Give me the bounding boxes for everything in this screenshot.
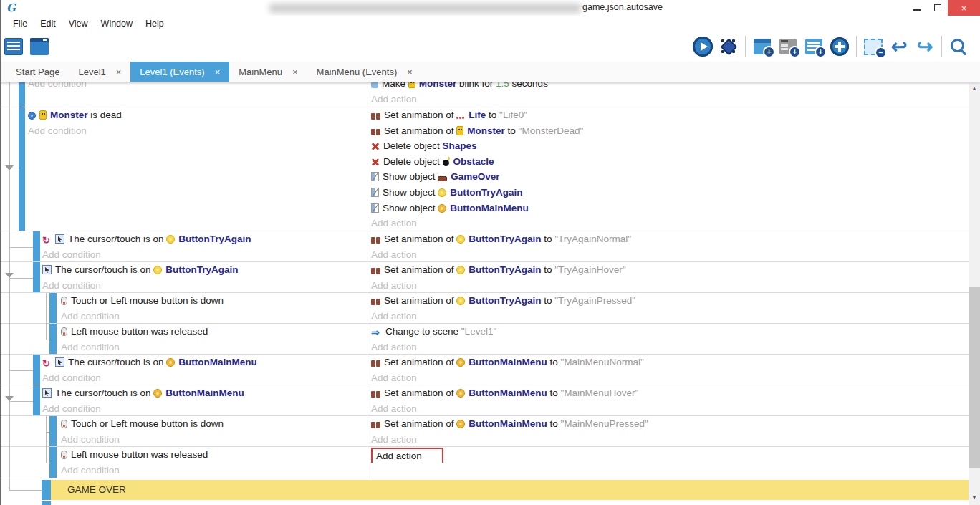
- condition-row[interactable]: Left mouse button was released: [61, 447, 367, 463]
- object-name[interactable]: ButtonMainMenu: [469, 418, 547, 429]
- event-block[interactable]: The cursor/touch is on ButtonTryAgainAdd…: [1, 231, 969, 262]
- object-name[interactable]: ButtonTryAgain: [165, 264, 238, 275]
- object-name[interactable]: Shapes: [443, 140, 477, 151]
- object-name[interactable]: Monster: [50, 110, 88, 120]
- event-block[interactable]: Touch or Left mouse button is downAdd co…: [1, 416, 969, 447]
- add-condition-button[interactable]: Add condition: [42, 370, 367, 385]
- action-row[interactable]: Set animation of Monster to "MonsterDead…: [371, 123, 969, 139]
- tab-level1[interactable]: Level1×: [69, 62, 130, 82]
- object-name[interactable]: ButtonMainMenu: [178, 357, 256, 367]
- event-bar[interactable]: [19, 107, 25, 231]
- object-name[interactable]: ButtonTryAgain: [469, 234, 541, 244]
- add-action-button[interactable]: Add action: [371, 216, 969, 231]
- object-name[interactable]: ButtonTryAgain: [450, 187, 522, 198]
- event-bar[interactable]: [42, 501, 51, 505]
- add-condition-button[interactable]: Add condition: [42, 278, 367, 292]
- add-action-button[interactable]: Add action: [371, 247, 969, 261]
- event-block[interactable]: The cursor/touch is on ButtonMainMenuAdd…: [1, 355, 969, 385]
- comment-text[interactable]: GAME OVER: [51, 480, 969, 500]
- event-block[interactable]: Touch or Left mouse button is downAdd co…: [1, 293, 969, 324]
- minimize-button[interactable]: [906, 0, 927, 16]
- add-condition-button[interactable]: Add condition: [61, 309, 367, 323]
- action-row[interactable]: Set animation of ButtonTryAgain to "TryA…: [371, 231, 969, 247]
- add-action-button[interactable]: Add action: [371, 92, 969, 107]
- action-row[interactable]: Set animation of ButtonMainMenu to "Main…: [371, 416, 969, 432]
- add-condition-button[interactable]: Add condition: [61, 463, 367, 478]
- add-action-highlighted[interactable]: Add action: [371, 448, 443, 463]
- scroll-up-arrow[interactable]: ▲: [969, 83, 980, 95]
- event-bar[interactable]: [49, 416, 57, 446]
- object-name[interactable]: ButtonMainMenu: [469, 357, 547, 367]
- tab-mainmenu[interactable]: MainMenu×: [229, 62, 307, 82]
- tab-close-icon[interactable]: ×: [116, 67, 122, 77]
- object-name[interactable]: GameOver: [451, 171, 499, 182]
- object-name[interactable]: ButtonTryAgain: [469, 295, 541, 306]
- condition-row[interactable]: The cursor/touch is on ButtonTryAgain: [42, 231, 367, 247]
- menu-edit[interactable]: Edit: [34, 19, 62, 29]
- add-external-layout-button[interactable]: [801, 34, 827, 59]
- action-row[interactable]: Delete object Shapes: [371, 138, 969, 154]
- debug-button[interactable]: [716, 34, 741, 59]
- maximize-button[interactable]: [927, 0, 948, 16]
- add-action-button[interactable]: Add action: [371, 309, 969, 323]
- add-action-button[interactable]: Add action: [371, 447, 969, 463]
- action-row[interactable]: Set animation of ButtonTryAgain to "TryA…: [371, 262, 969, 278]
- action-row[interactable]: Change to scene "Level1": [371, 324, 969, 340]
- object-name[interactable]: ButtonMainMenu: [165, 388, 244, 398]
- event-bar[interactable]: [33, 385, 40, 415]
- tab-close-icon[interactable]: ×: [215, 67, 221, 77]
- add-action-button[interactable]: Add action: [371, 401, 969, 415]
- add-condition-button[interactable]: Add condition: [28, 82, 367, 92]
- redo-button[interactable]: [912, 34, 938, 59]
- event-bar[interactable]: [19, 82, 25, 107]
- event-bar[interactable]: [49, 447, 57, 478]
- object-name[interactable]: ButtonTryAgain: [469, 264, 541, 275]
- add-condition-button[interactable]: Add condition: [61, 432, 367, 446]
- scroll-down-arrow[interactable]: ▼: [969, 492, 980, 504]
- event-block[interactable]: The cursor/touch is on ButtonMainMenuAdd…: [1, 385, 969, 416]
- action-row[interactable]: Show object ButtonTryAgain: [371, 185, 969, 201]
- collapse-arrow-icon[interactable]: [5, 273, 14, 278]
- object-name[interactable]: ButtonMainMenu: [450, 203, 528, 213]
- comment-event[interactable]: GAME OVER: [1, 478, 969, 501]
- add-action-button[interactable]: Add action: [371, 340, 969, 354]
- tab-close-icon[interactable]: ×: [292, 67, 298, 77]
- close-button[interactable]: ×: [948, 0, 980, 16]
- collapse-arrow-icon[interactable]: [5, 396, 14, 401]
- object-name[interactable]: Monster: [467, 125, 505, 136]
- search-button[interactable]: [946, 34, 971, 59]
- add-action-button[interactable]: Add action: [371, 278, 969, 292]
- event-block[interactable]: Monster is deadAdd conditionSet animatio…: [1, 107, 969, 231]
- menu-file[interactable]: File: [6, 19, 34, 29]
- project-manager-button[interactable]: [1, 34, 27, 59]
- event-bar[interactable]: [49, 324, 57, 354]
- play-button[interactable]: [690, 34, 716, 59]
- add-scene-button[interactable]: [749, 34, 775, 59]
- undo-button[interactable]: [886, 34, 912, 59]
- add-condition-button[interactable]: Add condition: [61, 340, 367, 354]
- tab-mainmenu-events[interactable]: MainMenu (Events)×: [307, 62, 422, 82]
- object-name[interactable]: ButtonMainMenu: [469, 388, 547, 398]
- event-bar[interactable]: [33, 262, 40, 292]
- add-condition-button[interactable]: Add condition: [42, 247, 367, 261]
- condition-row[interactable]: Monster is dead: [28, 107, 367, 123]
- action-row[interactable]: Delete object Obstacle: [371, 154, 969, 170]
- tab-level1-events[interactable]: Level1 (Events)×: [130, 62, 229, 82]
- action-row[interactable]: Set animation of Life to "Life0": [371, 107, 969, 123]
- condition-row[interactable]: Left mouse button was released: [61, 324, 367, 340]
- event-block[interactable]: The cursor/touch is on ButtonTryAgainAdd…: [1, 262, 969, 293]
- event-block[interactable]: Left mouse button was releasedAdd condit…: [1, 447, 969, 478]
- action-row[interactable]: Make Monster blink for 1.5 seconds: [371, 82, 969, 92]
- menu-help[interactable]: Help: [139, 19, 170, 29]
- menu-view[interactable]: View: [62, 19, 95, 29]
- action-row[interactable]: Set animation of ButtonMainMenu to "Main…: [371, 355, 969, 370]
- event-bar[interactable]: [49, 293, 57, 323]
- event-block[interactable]: Add conditionMake Monster blink for 1.5 …: [1, 82, 969, 107]
- condition-row[interactable]: The cursor/touch is on ButtonMainMenu: [42, 355, 367, 370]
- condition-row[interactable]: Touch or Left mouse button is down: [61, 416, 367, 432]
- object-name[interactable]: Life: [469, 110, 486, 120]
- collapse-arrow-icon[interactable]: [5, 165, 14, 170]
- add-external-events-button[interactable]: [775, 34, 801, 59]
- object-name[interactable]: Monster: [419, 82, 457, 89]
- tab-start-page[interactable]: Start Page: [6, 62, 69, 82]
